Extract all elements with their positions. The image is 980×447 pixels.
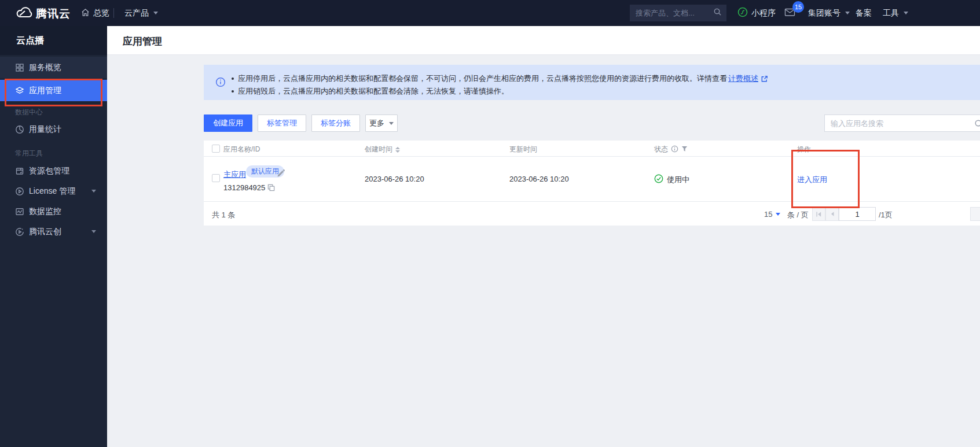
chevron-down-icon — [389, 122, 394, 125]
banner-line-2: 应用销毁后，云点播应用内的相关数据和配置都会清除，无法恢复，请谨慎操作。 — [232, 86, 509, 97]
select-all-checkbox[interactable] — [212, 145, 220, 153]
chevron-down-icon — [845, 12, 850, 14]
sidebar-item-service-overview[interactable]: 服务概览 — [0, 57, 107, 78]
chevron-down-icon — [904, 12, 908, 14]
page-size-select[interactable]: 15 — [764, 210, 780, 219]
next-page-button[interactable] — [970, 207, 980, 221]
edit-pencil-icon[interactable] — [277, 169, 285, 180]
sidebar-item-label: License 管理 — [29, 186, 75, 197]
chevron-down-icon — [776, 213, 780, 216]
prev-page-button[interactable] — [825, 207, 839, 221]
tencent-cloud-console: 腾讯云 总览 云产品 — [0, 0, 980, 447]
monitor-chart-icon — [15, 207, 24, 216]
nav-group-account[interactable]: 集团账号 — [808, 0, 850, 26]
miniprogram-icon — [737, 7, 748, 19]
nav-cloud-products[interactable]: 云产品 — [124, 0, 158, 26]
row-checkbox[interactable] — [212, 174, 220, 182]
nav-miniprogram[interactable]: 小程序 — [737, 0, 776, 26]
col-header-status: 状态 — [654, 145, 688, 154]
search-icon[interactable] — [713, 8, 722, 19]
layers-icon — [15, 86, 24, 95]
bullet-dot — [232, 90, 234, 93]
sidebar-product-title: 云点播 — [0, 26, 107, 55]
col-header-name: 应用名称/ID — [223, 145, 260, 154]
search-icon[interactable] — [974, 119, 980, 131]
col-header-action: 操作 — [797, 145, 811, 154]
more-button[interactable]: 更多 — [365, 114, 398, 132]
page-header: 应用管理 — [107, 26, 980, 55]
sidebar-section-data-center: 数据中心 — [15, 108, 43, 117]
sidebar-item-license-management[interactable]: License 管理 — [0, 180, 107, 202]
enter-app-link[interactable]: 进入应用 — [797, 175, 827, 185]
sidebar-item-label: 数据监控 — [29, 206, 61, 217]
pie-chart-icon — [15, 125, 24, 134]
col-header-updated: 更新时间 — [509, 145, 537, 154]
sort-icon[interactable] — [395, 147, 400, 153]
tag-billing-button[interactable]: 标签分账 — [311, 114, 360, 132]
sidebar-item-label: 应用管理 — [29, 86, 61, 96]
chevron-down-icon — [91, 190, 96, 193]
per-page-label: 条 / 页 — [787, 210, 809, 220]
page-total-label: /1页 — [879, 210, 893, 220]
chevron-down-icon — [153, 12, 158, 14]
app-table: 应用名称/ID 创建时间 更新时间 状态 操作 — [204, 141, 980, 226]
message-count-badge[interactable]: 15 — [792, 1, 804, 13]
check-circle-icon — [654, 174, 663, 185]
info-banner: 应用停用后，云点播应用内的相关数据和配置都会保留，不可访问，仍旧会产生相应的费用… — [204, 65, 980, 100]
info-circle-icon — [215, 77, 226, 90]
global-search-box — [630, 5, 726, 21]
topbar: 腾讯云 总览 云产品 — [0, 0, 980, 26]
filter-icon[interactable] — [681, 146, 688, 154]
topbar-divider — [113, 8, 114, 18]
package-icon — [15, 167, 24, 176]
sidebar-item-label: 用量统计 — [29, 124, 61, 135]
status-text: 使用中 — [667, 175, 689, 185]
page-number-input[interactable] — [839, 207, 876, 221]
app-id: 1312984925 — [223, 183, 275, 192]
sidebar: 云点播 服务概览 应用管理 数据中心 — [0, 26, 107, 447]
tencent-cloud-logo-icon[interactable] — [15, 6, 34, 22]
bullet-dot — [232, 77, 234, 80]
chevron-down-icon — [91, 230, 96, 233]
global-search-input[interactable] — [636, 9, 713, 17]
table-footer: 共 1 条 15 条 / 页 /1页 — [204, 202, 980, 226]
nav-beian[interactable]: 备案 — [856, 0, 872, 26]
app-name-link[interactable]: 主应用 — [223, 169, 246, 180]
sidebar-item-app-management[interactable]: 应用管理 — [0, 80, 107, 101]
create-app-button[interactable]: 创建应用 — [204, 114, 252, 132]
sidebar-item-label: 腾讯云创 — [29, 227, 61, 237]
external-link-icon[interactable] — [761, 75, 768, 83]
grid-icon — [15, 63, 24, 72]
status-badge: 使用中 — [654, 174, 689, 185]
nav-tools[interactable]: 工具 — [883, 0, 908, 26]
nav-overview[interactable]: 总览 — [81, 0, 109, 26]
sidebar-item-label: 资源包管理 — [29, 166, 69, 176]
banner-line-1: 应用停用后，云点播应用内的相关数据和配置都会保留，不可访问，仍旧会产生相应的费用… — [232, 73, 768, 84]
app-search-box — [824, 114, 980, 132]
sidebar-item-label: 服务概览 — [29, 62, 61, 73]
info-circle-icon[interactable] — [671, 145, 678, 154]
sidebar-item-usage-stats[interactable]: 用量统计 — [0, 119, 107, 140]
tag-manage-button[interactable]: 标签管理 — [258, 114, 306, 132]
table-header-row: 应用名称/ID 创建时间 更新时间 状态 操作 — [204, 141, 980, 157]
created-time: 2023-06-26 10:20 — [365, 175, 424, 183]
app-search-input[interactable] — [831, 119, 964, 128]
play-circle-icon — [15, 187, 24, 196]
copy-icon[interactable] — [267, 184, 275, 191]
billing-overview-link[interactable]: 计费概述 — [728, 73, 758, 84]
media-circle-icon — [15, 227, 24, 237]
home-icon — [81, 8, 90, 19]
total-count: 共 1 条 — [212, 210, 235, 220]
table-row: 主应用 默认应用 1312984925 2023-06-26 10:20 202… — [204, 157, 980, 202]
col-header-created[interactable]: 创建时间 — [365, 145, 400, 154]
sidebar-section-common-tools: 常用工具 — [15, 149, 43, 158]
updated-time: 2023-06-26 10:20 — [509, 175, 569, 183]
brand-name[interactable]: 腾讯云 — [36, 6, 71, 21]
sidebar-item-data-monitoring[interactable]: 数据监控 — [0, 201, 107, 222]
first-page-button[interactable] — [812, 207, 825, 221]
sidebar-item-tencent-cloud-creation[interactable]: 腾讯云创 — [0, 221, 107, 242]
sidebar-item-resource-packages[interactable]: 资源包管理 — [0, 160, 107, 182]
page-title: 应用管理 — [123, 35, 162, 48]
